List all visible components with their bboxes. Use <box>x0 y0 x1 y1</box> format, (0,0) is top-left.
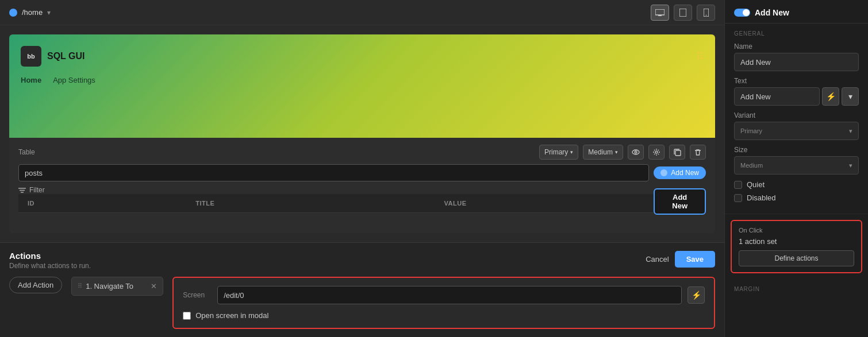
remove-action-icon[interactable]: ✕ <box>151 282 157 290</box>
toggle-switch[interactable] <box>734 9 750 17</box>
mobile-view-button[interactable] <box>697 5 715 21</box>
disabled-checkbox[interactable] <box>734 194 742 202</box>
text-field-label: Text <box>734 77 859 85</box>
add-new-pill[interactable]: Add New <box>654 166 706 179</box>
modal-checkbox[interactable] <box>183 312 191 320</box>
action-set-text: 1 action set <box>739 237 854 246</box>
data-table: ID TITLE VALUE <box>18 194 706 213</box>
table-input-row: Add New Add New <box>18 164 706 181</box>
screen-label: Screen <box>183 291 212 299</box>
variant-field-label: Variant <box>734 111 859 119</box>
duplicate-icon-button[interactable] <box>669 145 685 160</box>
eye-icon-button[interactable] <box>628 145 644 160</box>
name-field-label: Name <box>734 42 859 51</box>
grid-icon: ⠿ <box>696 50 704 63</box>
actions-title: Actions <box>9 251 91 261</box>
settings-icon-button[interactable] <box>648 145 665 160</box>
variant-chevron-icon: ▾ <box>849 127 852 135</box>
action-config: Screen ⚡ Open screen in modal <box>172 277 715 329</box>
col-title: TITLE <box>186 194 435 213</box>
app-logo-icon: bb <box>21 46 41 67</box>
col-id: ID <box>18 194 186 213</box>
general-section: GENERAL Name Text ⚡ ▾ Variant Primary ▾ … <box>725 24 868 214</box>
size-field-label: Size <box>734 146 859 154</box>
action-item[interactable]: ⠿ 1. Navigate To ✕ <box>71 277 163 296</box>
modal-label: Open screen in modal <box>195 311 268 320</box>
table-controls: Table Primary ▾ Medium ▾ <box>18 145 706 160</box>
home-dot <box>9 9 17 17</box>
tablet-view-button[interactable] <box>674 5 692 21</box>
table-label: Table <box>18 148 35 156</box>
disabled-field: Disabled <box>734 193 859 202</box>
add-action-button[interactable]: Add Action <box>9 277 62 293</box>
right-panel-title: Add New <box>755 8 789 17</box>
top-bar: /home ▾ <box>0 0 724 25</box>
breadcrumb: /home <box>22 8 43 17</box>
margin-label: MARGIN <box>734 286 859 292</box>
svg-rect-9 <box>675 150 681 156</box>
on-click-label: On Click <box>739 227 854 234</box>
svg-rect-1 <box>658 15 662 16</box>
quiet-label: Quiet <box>747 180 765 189</box>
text-bolt-icon[interactable]: ⚡ <box>822 87 839 106</box>
general-label: GENERAL <box>734 30 859 37</box>
table-section: Table Primary ▾ Medium ▾ <box>9 138 715 220</box>
nav-home[interactable]: Home <box>21 76 41 84</box>
cancel-button[interactable]: Cancel <box>646 255 669 264</box>
preview-area: bb SQL GUI ⠿ Home App Settings Table <box>0 25 724 242</box>
margin-section: MARGIN <box>725 279 868 305</box>
svg-rect-0 <box>655 9 665 15</box>
app-header: bb SQL GUI ⠿ Home App Settings <box>9 34 715 138</box>
app-preview: bb SQL GUI ⠿ Home App Settings Table <box>9 34 715 233</box>
svg-line-7 <box>633 150 638 154</box>
text-input[interactable] <box>734 87 820 106</box>
variant-value: Primary <box>740 127 762 134</box>
quiet-checkbox[interactable] <box>734 181 742 189</box>
right-panel: Add New GENERAL Name Text ⚡ ▾ Variant Pr… <box>724 0 868 337</box>
delete-icon-button[interactable] <box>690 145 706 160</box>
app-nav: Home App Settings <box>21 76 704 84</box>
right-panel-header: Add New <box>725 0 868 24</box>
desktop-view-button[interactable] <box>651 5 669 21</box>
toggle-icon <box>660 169 667 176</box>
app-logo: bb SQL GUI <box>21 46 85 67</box>
filter-label: Filter <box>29 186 45 194</box>
action-list: ⠿ 1. Navigate To ✕ <box>71 277 163 296</box>
quiet-field: Quiet <box>734 180 859 189</box>
actions-panel: Actions Define what actions to run. Canc… <box>0 242 724 337</box>
add-new-popup-button[interactable]: Add New <box>654 188 706 215</box>
define-actions-button[interactable]: Define actions <box>739 250 854 266</box>
text-chevron-icon[interactable]: ▾ <box>842 87 859 106</box>
filter-row[interactable]: Filter <box>18 186 706 194</box>
size-dropdown[interactable]: Medium ▾ <box>583 145 623 160</box>
table-name-input[interactable] <box>18 164 649 181</box>
disabled-label: Disabled <box>747 193 776 202</box>
save-button[interactable]: Save <box>675 251 715 268</box>
size-chevron-icon: ▾ <box>849 162 852 169</box>
svg-rect-2 <box>679 9 686 17</box>
size-value: Medium <box>740 162 763 169</box>
variant-select[interactable]: Primary ▾ <box>734 122 859 140</box>
action-item-label: 1. Navigate To <box>86 282 133 290</box>
app-title: SQL GUI <box>47 51 85 61</box>
drag-handle-icon: ⠿ <box>78 282 82 290</box>
on-click-section: On Click 1 action set Define actions <box>731 220 862 273</box>
chevron-down-icon[interactable]: ▾ <box>47 9 51 17</box>
name-input[interactable] <box>734 53 859 71</box>
bolt-icon-button[interactable]: ⚡ <box>688 286 705 304</box>
svg-point-8 <box>655 151 658 153</box>
nav-app-settings[interactable]: App Settings <box>53 76 95 84</box>
variant-dropdown[interactable]: Primary ▾ <box>539 145 578 160</box>
svg-point-4 <box>705 14 706 16</box>
size-select[interactable]: Medium ▾ <box>734 156 859 175</box>
actions-subtitle: Define what actions to run. <box>9 262 91 270</box>
screen-input[interactable] <box>217 286 682 304</box>
